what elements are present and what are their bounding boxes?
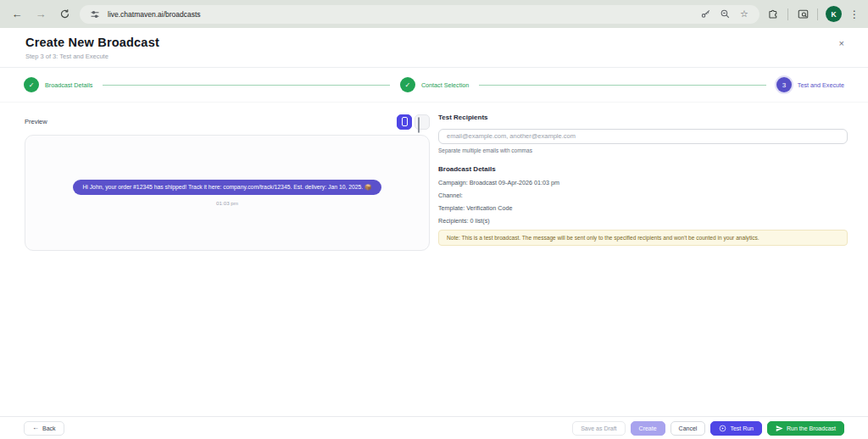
address-bar[interactable]: live.chatmaven.ai/broadcasts ☆	[80, 5, 760, 24]
wizard-stepper: ✓ Broadcast Details ✓ Contact Selection …	[0, 68, 868, 103]
message-preview-card: Hi John, your order #12345 has shipped! …	[25, 135, 430, 251]
step-connector	[103, 85, 390, 86]
save-as-draft-button[interactable]: Save as Draft	[572, 421, 625, 436]
broadcast-details-title: Broadcast Details	[438, 165, 848, 173]
desktop-view-button[interactable]	[415, 114, 430, 130]
page-subtitle: Step 3 of 3: Test and Execute	[25, 53, 843, 60]
step-number: 3	[776, 77, 792, 92]
password-key-icon[interactable]	[698, 8, 712, 21]
back-arrow-icon: ←	[32, 425, 39, 431]
run-broadcast-label: Run the Broadcast	[787, 425, 836, 431]
test-recipients-input[interactable]	[438, 129, 848, 144]
step-label: Test and Execute	[798, 81, 844, 89]
step-connector	[479, 85, 766, 86]
play-circle-icon	[719, 425, 726, 432]
step-contact-selection[interactable]: ✓ Contact Selection	[400, 77, 469, 92]
site-info-icon[interactable]	[88, 8, 102, 21]
browser-forward-icon[interactable]: →	[32, 6, 49, 23]
detail-recipients: Recipients: 0 list(s)	[438, 217, 848, 225]
detail-template: Template: Verification Code	[438, 204, 848, 212]
recipients-helper-text: Separate multiple emails with commas	[438, 147, 848, 153]
step-test-and-execute[interactable]: 3 Test and Execute	[776, 77, 844, 92]
page-header: Create New Broadcast Step 3 of 3: Test a…	[0, 28, 868, 68]
test-run-button[interactable]: Test Run	[710, 421, 762, 436]
extensions-icon[interactable]	[766, 8, 780, 21]
main-content: Preview Hi John, your order #12345 has s…	[0, 103, 868, 251]
mobile-view-button[interactable]	[397, 114, 412, 130]
test-panel: Test Recipients Separate multiple emails…	[438, 114, 848, 251]
send-icon	[776, 425, 783, 432]
browser-toolbar: ← → live.chatmaven.ai/broadcasts ☆	[0, 0, 868, 28]
preview-device-toggle	[397, 114, 430, 130]
url-text: live.chatmaven.ai/broadcasts	[108, 10, 693, 19]
toolbar-divider	[817, 8, 818, 20]
browser-refresh-icon[interactable]	[56, 6, 73, 23]
detail-channel: Channel:	[438, 192, 848, 199]
step-label: Contact Selection	[421, 81, 469, 89]
cancel-button[interactable]: Cancel	[670, 421, 706, 436]
message-timestamp: 01:03 pm	[216, 200, 238, 206]
close-icon[interactable]: ×	[839, 39, 844, 48]
back-button[interactable]: ← Back	[24, 421, 64, 436]
test-broadcast-note: Note: This is a test broadcast. The mess…	[438, 230, 848, 246]
step-label: Broadcast Details	[45, 81, 92, 89]
test-recipients-label: Test Recipients	[438, 114, 848, 121]
monitor-icon	[418, 118, 426, 126]
test-run-label: Test Run	[730, 425, 754, 431]
step-broadcast-details[interactable]: ✓ Broadcast Details	[24, 77, 92, 92]
tab-search-icon[interactable]	[796, 8, 810, 21]
preview-label: Preview	[25, 118, 47, 125]
run-the-broadcast-button[interactable]: Run the Broadcast	[767, 421, 844, 436]
detail-campaign: Campaign: Broadcast 09-Apr-2026 01:03 pm	[438, 179, 848, 186]
back-button-label: Back	[42, 425, 56, 431]
preview-panel: Preview Hi John, your order #12345 has s…	[25, 114, 430, 251]
browser-back-icon[interactable]: ←	[8, 6, 25, 23]
zoom-icon[interactable]	[718, 8, 732, 21]
bookmark-star-icon[interactable]: ☆	[737, 8, 751, 21]
page-title: Create New Broadcast	[25, 36, 843, 49]
phone-icon	[402, 117, 408, 126]
toolbar-divider	[787, 8, 788, 20]
browser-menu-icon[interactable]: ⋮	[849, 8, 860, 20]
check-icon: ✓	[400, 77, 415, 92]
create-button[interactable]: Create	[631, 421, 665, 436]
chat-message-bubble: Hi John, your order #12345 has shipped! …	[73, 180, 381, 195]
footer-bar: ← Back Save as Draft Create Cancel Test …	[0, 416, 868, 439]
profile-avatar[interactable]: K	[826, 6, 842, 22]
check-icon: ✓	[24, 77, 39, 92]
